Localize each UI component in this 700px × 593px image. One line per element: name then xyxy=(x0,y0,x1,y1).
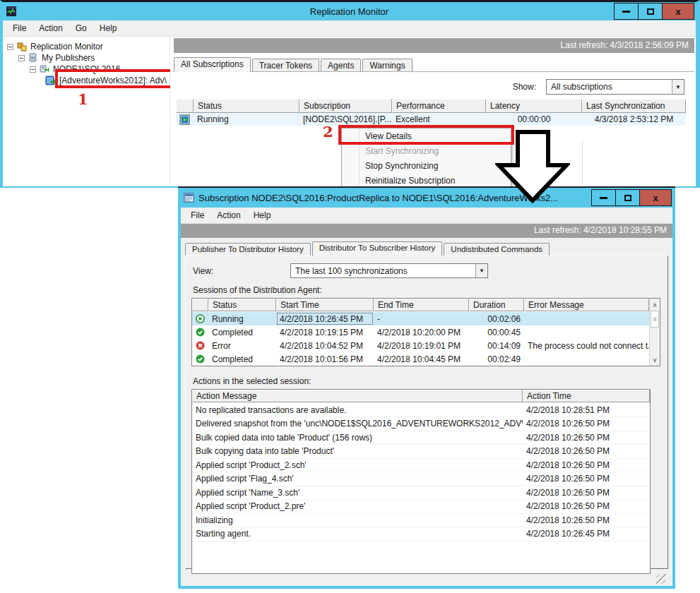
cell-duration[interactable]: 00:02:06 xyxy=(469,312,524,325)
cell-last-sync[interactable]: 4/3/2018 2:53:12 PM xyxy=(582,113,686,126)
cell-action-time[interactable]: 4/2/2018 10:26:50 PM xyxy=(523,500,650,514)
view-dropdown[interactable]: The last 100 synchronizations ▼ xyxy=(290,263,488,278)
menu-file[interactable]: File xyxy=(185,208,210,222)
show-dropdown[interactable]: All subscriptions ▼ xyxy=(546,79,684,95)
sessions-scrollbar[interactable]: ∧ ≡ ∨ xyxy=(649,299,660,366)
cell-error[interactable] xyxy=(524,325,649,339)
cell-action-message[interactable]: Delivered snapshot from the 'unc\NODE1$S… xyxy=(192,417,523,431)
column-header-icon[interactable] xyxy=(192,299,208,311)
window1-titlebar[interactable]: Replication Monitor x xyxy=(3,2,696,20)
column-header-start-time[interactable]: Start Time xyxy=(276,299,374,311)
cell-action-time[interactable]: 4/2/2018 10:26:50 PM xyxy=(523,417,650,431)
column-header-icon[interactable] xyxy=(176,99,194,113)
cell-action-message[interactable]: Applied script 'Product_2.pre' xyxy=(192,500,523,514)
cell-start-time[interactable]: 4/2/2018 10:04:52 PM xyxy=(276,339,374,352)
cell-subscription[interactable]: [NODE2\SQL2016].[P... xyxy=(299,113,392,126)
resize-grip[interactable] xyxy=(656,574,666,584)
cell-action-message[interactable]: Applied script 'Flag_4.sch' xyxy=(192,472,523,486)
column-header-status[interactable]: Status xyxy=(208,299,276,311)
collapse-icon[interactable] xyxy=(18,55,25,61)
cell-action-message[interactable]: Initializing xyxy=(192,514,523,528)
cell-end-time[interactable]: - xyxy=(374,312,469,325)
menu-item-view-details[interactable]: View Details xyxy=(342,128,511,143)
cell-action-time[interactable]: 4/2/2018 10:26:50 PM xyxy=(523,431,650,445)
session-row-icon[interactable] xyxy=(192,312,208,325)
cell-action-time[interactable]: 4/2/2018 10:26:50 PM xyxy=(523,445,650,459)
column-header-action-time[interactable]: Action Time xyxy=(523,390,650,402)
column-header-error-message[interactable]: Error Message xyxy=(524,299,649,311)
cell-action-message[interactable]: Applied script 'Product_2.sch' xyxy=(192,459,523,473)
subscription-row[interactable] xyxy=(176,113,194,126)
tree-item-replication-monitor[interactable]: Replication Monitor xyxy=(3,41,170,52)
chevron-down-icon[interactable]: ▼ xyxy=(672,80,684,94)
menu-action[interactable]: Action xyxy=(211,208,246,222)
column-header-end-time[interactable]: End Time xyxy=(374,299,469,311)
minimize-button[interactable] xyxy=(591,189,616,206)
tab-distributor-to-subscriber[interactable]: Distributor To Subscriber History xyxy=(312,241,443,256)
scroll-up-icon[interactable]: ∧ xyxy=(650,299,660,311)
maximize-button[interactable] xyxy=(638,3,663,20)
menu-item-stop-synchronizing[interactable]: Stop Synchronizing xyxy=(342,158,511,173)
cell-performance[interactable]: Excellent xyxy=(392,113,486,126)
cell-end-time[interactable]: 4/2/2018 10:20:00 PM xyxy=(374,325,469,339)
scrollbar-thumb[interactable]: ≡ xyxy=(651,311,659,328)
cell-error[interactable] xyxy=(524,352,649,366)
menu-help[interactable]: Help xyxy=(248,208,277,222)
cell-action-time[interactable]: 4/2/2018 10:26:45 PM xyxy=(523,527,650,541)
cell-start-time[interactable]: 4/2/2018 10:19:15 PM xyxy=(276,325,374,339)
cell-action-time[interactable]: 4/2/2018 10:26:50 PM xyxy=(523,514,650,528)
cell-action-time[interactable]: 4/2/2018 10:26:50 PM xyxy=(523,459,650,473)
column-header-status[interactable]: Status xyxy=(194,99,299,113)
cell-end-time[interactable]: 4/2/2018 10:19:01 PM xyxy=(374,339,469,352)
tab-publisher-to-distributor[interactable]: Publisher To Distributor History xyxy=(185,243,311,256)
maximize-button[interactable] xyxy=(615,189,640,206)
tree-item-adventureworks-publication[interactable]: [AdventureWorks2012]: Adv\ xyxy=(3,75,170,86)
cell-duration[interactable]: 00:02:49 xyxy=(469,352,524,366)
cell-action-time[interactable]: 4/2/2018 10:26:50 PM xyxy=(523,486,650,501)
menu-file[interactable]: File xyxy=(7,21,32,35)
cell-action-time[interactable]: 4/2/2018 10:28:51 PM xyxy=(523,404,650,418)
column-header-duration[interactable]: Duration xyxy=(469,299,524,311)
scrollbar-track[interactable] xyxy=(650,328,660,354)
cell-duration[interactable]: 00:14:09 xyxy=(469,339,524,352)
tab-warnings[interactable]: Warnings xyxy=(362,59,412,71)
tab-agents[interactable]: Agents xyxy=(321,59,361,71)
cell-end-time[interactable]: 4/2/2018 10:04:45 PM xyxy=(374,352,469,366)
minimize-button[interactable] xyxy=(614,3,639,20)
cell-latency[interactable]: 00:00:00 xyxy=(486,113,582,126)
collapse-icon[interactable] xyxy=(30,66,36,73)
cell-action-message[interactable]: Starting agent. xyxy=(192,527,523,541)
cell-error[interactable] xyxy=(524,312,649,325)
column-header-subscription[interactable]: Subscription xyxy=(299,99,392,113)
cell-start-time[interactable]: 4/2/2018 10:01:56 PM xyxy=(276,352,374,366)
column-header-last-sync[interactable]: Last Synchronization xyxy=(582,99,686,113)
cell-action-message[interactable]: No replicated transactions are available… xyxy=(192,404,523,418)
menu-help[interactable]: Help xyxy=(94,21,123,35)
menu-item-reinitialize-subscription[interactable]: Reinitialize Subscription xyxy=(342,173,511,188)
tree-item-node1[interactable]: NODE1\SQL2016 xyxy=(3,64,170,75)
cell-status[interactable]: Completed xyxy=(208,352,276,366)
chevron-down-icon[interactable]: ▼ xyxy=(475,264,487,277)
session-row-icon[interactable] xyxy=(192,339,208,352)
cell-status[interactable]: Error xyxy=(208,339,276,352)
tab-undistributed-commands[interactable]: Undistributed Commands xyxy=(444,243,550,256)
cell-start-time[interactable]: 4/2/2018 10:26:45 PM xyxy=(276,312,374,325)
cell-error[interactable]: The process could not connect t... xyxy=(524,339,649,352)
window2-titlebar[interactable]: Subscription NODE2\SQL2016:ProductReplic… xyxy=(181,188,672,208)
close-button[interactable]: x xyxy=(662,3,694,20)
cell-status[interactable]: Running xyxy=(208,312,276,325)
cell-action-message[interactable]: Applied script 'Name_3.sch' xyxy=(192,486,523,501)
column-header-action-message[interactable]: Action Message xyxy=(192,390,523,402)
column-header-latency[interactable]: Latency xyxy=(486,99,582,113)
tab-all-subscriptions[interactable]: All Subscriptions xyxy=(174,57,251,72)
cell-status[interactable]: Completed xyxy=(208,325,276,339)
column-header-performance[interactable]: Performance xyxy=(392,99,486,113)
cell-status[interactable]: Running xyxy=(194,113,299,126)
tree-item-my-publishers[interactable]: My Publishers xyxy=(3,52,170,64)
tab-tracer-tokens[interactable]: Tracer Tokens xyxy=(252,59,319,71)
close-button[interactable]: x xyxy=(639,189,672,206)
menu-action[interactable]: Action xyxy=(33,21,68,35)
cell-action-time[interactable]: 4/2/2018 10:26:50 PM xyxy=(523,472,650,486)
session-row-icon[interactable] xyxy=(192,325,208,339)
menu-go[interactable]: Go xyxy=(70,21,93,35)
